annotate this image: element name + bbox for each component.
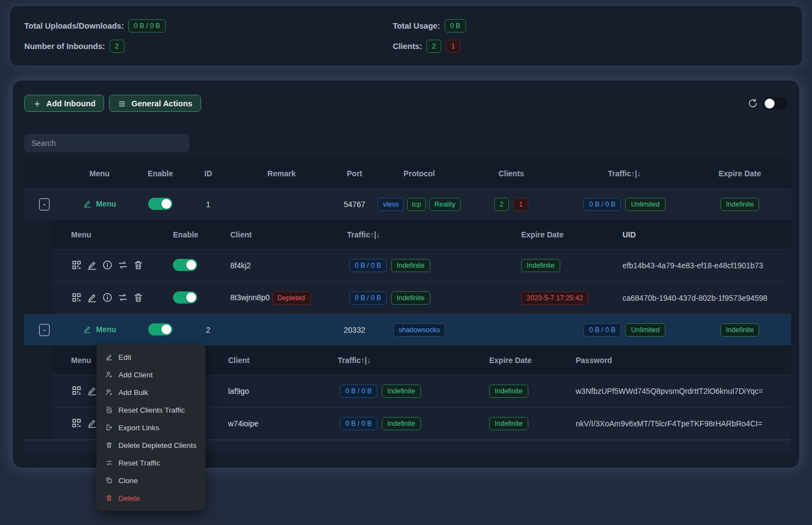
edit-icon[interactable] (86, 259, 98, 270)
menu-item-delete[interactable]: Delete (96, 489, 205, 507)
menu-item-add-client[interactable]: Add Client (96, 366, 205, 383)
traffic-column-header[interactable]: Traffic↑|↓ (560, 169, 689, 178)
traffic-badge: 0 B / 0 B (583, 198, 621, 211)
total-usage-label: Total Usage: (393, 21, 440, 30)
inbound-row-2[interactable]: - Menu 2 20332 shadowsocks 0 B / 0 BUnli… (24, 314, 791, 345)
traffic-column-header[interactable]: Traffic↑|↓ (334, 230, 510, 239)
traffic-limit-badge: Indefinite (391, 259, 430, 272)
expire-badge: Indefinite (721, 323, 760, 337)
inbound-port: 54767 (333, 200, 376, 209)
client-enable-toggle[interactable] (173, 259, 197, 271)
traffic-badge: 0 B / 0 B (340, 417, 377, 430)
inbound-menu-button[interactable]: Menu (83, 199, 116, 208)
swap-icon (105, 459, 113, 467)
inbound-traffic: 0 B / 0 BUnlimited (560, 323, 689, 337)
add-inbound-button[interactable]: Add Inbound (24, 95, 104, 112)
menu-item-edit[interactable]: Edit (96, 348, 205, 366)
expire-badge: Indefinite (521, 259, 560, 272)
inbound-enable-toggle[interactable] (148, 323, 172, 335)
trash-icon[interactable] (133, 259, 144, 270)
user-add-icon (105, 371, 113, 378)
client-uid: efb14b43-4a79-4e83-ef18-e48cf1901b73 (609, 261, 791, 270)
info-icon[interactable] (102, 292, 113, 303)
refresh-icon[interactable] (748, 98, 758, 109)
client-row[interactable]: 8f4kj2 0 B / 0 BIndefinite Indefinite ef… (53, 249, 791, 282)
traffic-badge: 0 B / 0 B (349, 259, 387, 272)
edit-icon[interactable] (86, 292, 98, 303)
edit-icon[interactable] (86, 418, 98, 429)
general-actions-button[interactable]: General Actions (109, 95, 201, 112)
id-column-header: ID (186, 169, 230, 178)
inbound-enable-toggle[interactable] (148, 198, 172, 210)
inbounds-count-stat: Number of Inbounds: 2 (24, 40, 166, 53)
stats-card: Total Uploads/Downloads: 0 B / 0 B Numbe… (9, 6, 803, 66)
clients-count-stat: Clients: 2 1 (393, 40, 466, 53)
qrcode-icon[interactable] (71, 292, 82, 303)
menu-item-label: Export Links (118, 424, 159, 432)
reset-traffic-icon[interactable] (117, 292, 128, 303)
search-input[interactable] (24, 134, 190, 152)
remark-column-header: Remark (230, 169, 333, 178)
client-row[interactable]: 8t3wjnn8p0 Depleted 0 B / 0 BIndefinite … (53, 282, 791, 314)
traffic-limit-badge: Indefinite (382, 385, 421, 398)
clients-count-label: Clients: (393, 42, 422, 51)
menu-item-clone[interactable]: Clone (96, 472, 205, 489)
expire-column-header: Expire Date (510, 230, 609, 239)
plus-icon (33, 99, 41, 107)
inbound-id: 1 (186, 200, 230, 209)
expire-badge: Indefinite (721, 198, 760, 211)
info-icon[interactable] (102, 259, 113, 270)
total-usage-stat: Total Usage: 0 B (393, 19, 466, 33)
menu-item-add-bulk[interactable]: Add Bulk (96, 383, 205, 401)
reset-traffic-icon[interactable] (117, 259, 128, 270)
traffic-column-header[interactable]: Traffic↑|↓ (326, 356, 483, 365)
inbound-menu-button[interactable]: Menu (83, 324, 116, 334)
traffic-badge: 0 B / 0 B (340, 385, 377, 398)
edit-icon[interactable] (86, 385, 98, 396)
client-actions (71, 292, 144, 303)
client-enable-toggle[interactable] (173, 291, 197, 304)
file-sync-icon (105, 406, 113, 414)
client-password: nkV/I/3XoAm9v6xMT/T5lcrF4TpeTKF98rHARbRo… (573, 419, 791, 428)
trash-icon[interactable] (133, 292, 144, 303)
menu-column-header: Menu (53, 230, 158, 239)
total-uploads-stat: Total Uploads/Downloads: 0 B / 0 B (24, 19, 166, 33)
traffic-limit-badge: Indefinite (391, 291, 430, 305)
stats-right-column: Total Usage: 0 B Clients: 2 1 (393, 19, 466, 53)
trash-icon (105, 441, 113, 449)
qrcode-icon[interactable] (71, 259, 82, 270)
menu-item-export-links[interactable]: Export Links (96, 419, 205, 436)
auto-refresh-toggle[interactable] (764, 98, 788, 110)
menu-item-label: Reset Traffic (118, 459, 160, 467)
inbound-row-1[interactable]: - Menu 1 54767 vlesstcpReality 21 0 B / … (24, 188, 791, 220)
menu-item-reset-clients-traffic[interactable]: Reset Clients Traffic (96, 401, 205, 419)
inbound-protocols: shadowsocks (376, 323, 462, 337)
toggle-knob (161, 324, 171, 334)
traffic-badge: 0 B / 0 B (583, 323, 621, 337)
menu-item-reset-traffic[interactable]: Reset Traffic (96, 454, 205, 472)
inbound-menu-label: Menu (96, 325, 116, 334)
collapse-row-button[interactable]: - (39, 198, 50, 210)
traffic-limit-badge: Unlimited (625, 323, 665, 337)
client-column-header: Client (218, 230, 334, 239)
protocol-tag: Reality (429, 198, 460, 211)
client-name: 8f4kj2 (230, 261, 251, 270)
inbound-clients: 21 (462, 198, 560, 211)
password-column-header: Password (573, 356, 791, 365)
collapse-row-button[interactable]: - (39, 324, 50, 336)
toggle-knob (186, 260, 196, 270)
total-usage-value: 0 B (445, 19, 466, 33)
menu-item-delete-depleted-clients[interactable]: Delete Depleted Clients (96, 436, 205, 454)
inbound-id: 2 (186, 326, 230, 334)
inbound-context-menu: Edit Add Client Add Bulk Reset Clients T… (96, 344, 205, 511)
clients-active-value: 2 (426, 40, 441, 53)
qrcode-icon[interactable] (71, 385, 82, 396)
enable-column-header: Enable (134, 169, 186, 178)
total-uploads-label: Total Uploads/Downloads: (24, 21, 124, 30)
clients-active-badge: 2 (494, 198, 509, 211)
edit-icon (105, 353, 113, 361)
qrcode-icon[interactable] (71, 418, 82, 429)
expire-badge: Indefinite (489, 417, 528, 430)
clients-column-header: Clients (462, 169, 560, 178)
general-actions-label: General Actions (131, 99, 192, 108)
